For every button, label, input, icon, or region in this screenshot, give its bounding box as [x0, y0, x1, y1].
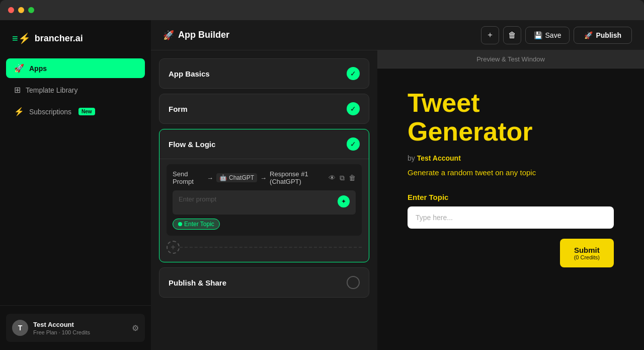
credits-label: (0 Credits): [574, 254, 600, 260]
form-title: Form: [169, 105, 188, 113]
publish-share-header[interactable]: Publish & Share: [159, 268, 369, 297]
eye-icon[interactable]: 👁: [329, 174, 336, 182]
save-label: Save: [545, 31, 561, 39]
sidebar-item-subscriptions-label: Subscriptions: [29, 108, 71, 116]
preview-panel: Preview & Test Window Tweet Generator by…: [377, 50, 644, 350]
avatar: T: [12, 320, 28, 336]
logo-text: brancher.ai: [35, 33, 83, 44]
flow-logic-section: Flow & Logic ✓ Send Prompt → 🤖: [159, 129, 369, 262]
header-title-group: 🚀 App Builder: [163, 30, 229, 41]
header-icon: 🚀: [163, 30, 174, 41]
app-basics-section: App Basics ✓: [159, 58, 369, 89]
flow-content: Send Prompt → 🤖 ChatGPT → Response #1 (C…: [159, 159, 369, 262]
response-label: Response #1 (ChatGPT): [270, 170, 329, 185]
template-icon: ⊞: [14, 85, 21, 95]
submit-button[interactable]: Submit (0 Credits): [560, 239, 614, 267]
publish-icon: 🚀: [584, 31, 593, 39]
author-prefix: by: [408, 154, 415, 162]
sidebar-item-template-label: Template Library: [26, 86, 78, 94]
add-button[interactable]: ＋: [481, 26, 499, 44]
app-title: Tweet Generator: [408, 89, 614, 146]
sidebar-nav: 🚀 Apps ⊞ Template Library ⚡ Subscription…: [0, 54, 151, 305]
logo-icon: ≡⚡: [12, 32, 31, 44]
window-chrome: [0, 0, 644, 20]
main-content: 🚀 App Builder ＋ 🗑 💾 Save 🚀 Publish: [151, 20, 644, 350]
author-name: Test Account: [417, 154, 461, 162]
sidebar-footer: T Test Account Free Plan · 100 Credits ⚙: [0, 305, 151, 350]
header-title-text: App Builder: [178, 30, 229, 40]
sidebar-item-template-library[interactable]: ⊞ Template Library: [6, 80, 145, 100]
chatgpt-badge: 🤖 ChatGPT: [216, 173, 257, 182]
prompt-placeholder-text: Enter prompt: [179, 195, 216, 203]
app-description: Generate a random tweet on any topic: [408, 168, 614, 177]
form-header[interactable]: Form ✓: [159, 94, 369, 123]
topic-input[interactable]: [408, 206, 614, 229]
content-area: App Basics ✓ Form ✓ Flow & Logic ✓: [151, 50, 644, 350]
sidebar-item-apps[interactable]: 🚀 Apps: [6, 58, 145, 78]
prompt-card-header: Send Prompt → 🤖 ChatGPT → Response #1 (C…: [173, 170, 356, 185]
header-actions: ＋ 🗑 💾 Save 🚀 Publish: [481, 26, 632, 44]
builder-panel: App Basics ✓ Form ✓ Flow & Logic ✓: [151, 50, 377, 350]
dashed-line: [180, 247, 362, 248]
submit-label: Submit: [574, 246, 600, 254]
delete-button[interactable]: 🗑: [503, 26, 521, 44]
flow-logic-check-icon: ✓: [347, 137, 360, 151]
new-badge: New: [78, 108, 95, 115]
sidebar: ≡⚡ brancher.ai 🚀 Apps ⊞ Template Library…: [0, 20, 151, 350]
prompt-card: Send Prompt → 🤖 ChatGPT → Response #1 (C…: [167, 164, 362, 236]
user-name: Test Account: [33, 321, 127, 328]
app-author: by Test Account: [408, 154, 614, 162]
avatar-initials: T: [18, 324, 23, 332]
app-basics-check-icon: ✓: [347, 67, 360, 80]
publish-button[interactable]: 🚀 Publish: [574, 27, 632, 44]
flow-logic-header[interactable]: Flow & Logic ✓: [159, 129, 369, 159]
publish-share-incomplete-icon: [347, 276, 360, 289]
tag-label: Enter Topic: [184, 221, 214, 228]
add-step-button[interactable]: +: [167, 241, 180, 254]
form-field-label: Enter Topic: [408, 193, 614, 201]
arrow2: →: [260, 174, 267, 182]
preview-header-label: Preview & Test Window: [476, 55, 545, 63]
enter-topic-tag[interactable]: Enter Topic: [173, 219, 220, 230]
publish-share-title: Publish & Share: [169, 278, 226, 287]
publish-label: Publish: [596, 31, 621, 39]
user-info-card: T Test Account Free Plan · 100 Credits ⚙: [6, 314, 145, 342]
app-title-line2: Generator: [408, 117, 533, 146]
delete-prompt-icon[interactable]: 🗑: [349, 174, 356, 182]
add-step-row: +: [167, 241, 362, 254]
minimize-button[interactable]: [18, 7, 24, 13]
prompt-ai-icon: ✦: [338, 195, 350, 207]
sidebar-logo: ≡⚡ brancher.ai: [0, 20, 151, 54]
sidebar-item-subscriptions[interactable]: ⚡ Subscriptions New: [6, 102, 145, 121]
copy-icon[interactable]: ⧉: [340, 174, 345, 182]
subscriptions-icon: ⚡: [14, 107, 24, 116]
tag-dot: [178, 222, 182, 226]
send-prompt-label: Send Prompt: [173, 170, 204, 185]
apps-icon: 🚀: [14, 63, 24, 73]
app-title-line1: Tweet: [408, 88, 480, 117]
arrow1: →: [207, 174, 213, 182]
prompt-action-buttons: 👁 ⧉ 🗑: [329, 174, 356, 182]
save-icon: 💾: [534, 31, 542, 39]
prompt-input-area[interactable]: Enter prompt ✦: [173, 190, 356, 215]
publish-share-section: Publish & Share: [159, 267, 369, 298]
chatgpt-icon: 🤖: [219, 174, 227, 181]
add-icon: ＋: [486, 30, 494, 40]
app-basics-title: App Basics: [169, 69, 210, 78]
settings-icon[interactable]: ⚙: [132, 323, 139, 333]
tag-chips-row: Enter Topic: [173, 219, 356, 230]
preview-content: Tweet Generator by Test Account Generate…: [377, 68, 644, 350]
maximize-button[interactable]: [28, 7, 34, 13]
preview-header: Preview & Test Window: [377, 50, 644, 68]
close-button[interactable]: [8, 7, 14, 13]
app-header: 🚀 App Builder ＋ 🗑 💾 Save 🚀 Publish: [151, 20, 644, 50]
flow-logic-title: Flow & Logic: [169, 140, 215, 149]
trash-icon: 🗑: [508, 31, 516, 40]
app-basics-header[interactable]: App Basics ✓: [159, 59, 369, 88]
save-button[interactable]: 💾 Save: [525, 27, 570, 44]
user-details: Test Account Free Plan · 100 Credits: [33, 321, 127, 335]
form-section: Form ✓: [159, 94, 369, 124]
user-plan: Free Plan · 100 Credits: [33, 329, 127, 335]
prompt-chain: Send Prompt → 🤖 ChatGPT → Response #1 (C…: [173, 170, 329, 185]
sidebar-item-apps-label: Apps: [29, 64, 47, 73]
